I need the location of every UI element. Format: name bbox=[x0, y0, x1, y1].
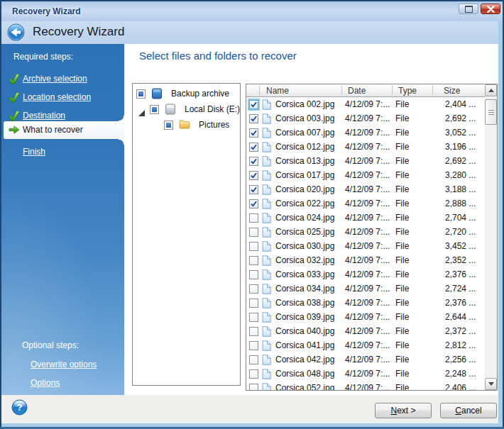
optional-step-options[interactable]: Options bbox=[31, 378, 60, 388]
file-name[interactable]: Corsica 007.jpg bbox=[275, 128, 334, 138]
column-checkbox[interactable] bbox=[246, 84, 260, 96]
file-row-corsica-033-jpg[interactable]: Corsica 033.jpg 4/12/09 7:... File 2,376… bbox=[246, 267, 485, 282]
file-name[interactable]: Corsica 033.jpg bbox=[275, 269, 334, 279]
file-name[interactable]: Corsica 030.jpg bbox=[275, 241, 334, 251]
file-date: 4/12/09 7:... bbox=[342, 383, 393, 390]
file-name[interactable]: Corsica 041.jpg bbox=[275, 340, 334, 350]
file-name[interactable]: Corsica 025.jpg bbox=[275, 227, 334, 237]
tree-checkbox-mixed[interactable] bbox=[136, 89, 146, 99]
file-name[interactable]: Corsica 038.jpg bbox=[275, 298, 334, 308]
file-checkbox-checked[interactable] bbox=[249, 199, 258, 208]
file-row-corsica-024-jpg[interactable]: Corsica 024.jpg 4/12/09 7:... File 2,704… bbox=[246, 211, 485, 225]
help-button[interactable]: ? bbox=[11, 399, 28, 416]
file-checkbox-checked[interactable] bbox=[249, 143, 258, 152]
title-bar[interactable]: Recovery Wizard bbox=[1, 1, 503, 21]
column-date[interactable]: Date bbox=[342, 84, 393, 96]
file-type: File bbox=[393, 170, 433, 180]
file-size: 2,720 ... bbox=[433, 227, 485, 237]
file-date: 4/12/09 7:... bbox=[342, 284, 393, 294]
file-row-corsica-030-jpg[interactable]: Corsica 030.jpg 4/12/09 7:... File 3,452… bbox=[246, 239, 485, 253]
tree-item-backup-archive[interactable]: Backup archive bbox=[133, 86, 240, 101]
file-row-corsica-040-jpg[interactable]: Corsica 040.jpg 4/12/09 7:... File 2,372… bbox=[246, 324, 485, 338]
file-checkbox-unchecked[interactable] bbox=[249, 213, 258, 223]
file-name[interactable]: Corsica 040.jpg bbox=[275, 326, 334, 336]
file-checkbox-unchecked[interactable] bbox=[249, 284, 258, 294]
file-row-corsica-052-jpg[interactable]: Corsica 052.jpg 4/12/09 7:... File 2,406… bbox=[246, 381, 485, 390]
file-row-corsica-022-jpg[interactable]: Corsica 022.jpg 4/12/09 7:... File 2,888… bbox=[246, 196, 485, 211]
file-name[interactable]: Corsica 032.jpg bbox=[275, 255, 334, 265]
scroll-up-button[interactable] bbox=[485, 84, 497, 96]
file-row-corsica-034-jpg[interactable]: Corsica 034.jpg 4/12/09 7:... File 2,724… bbox=[246, 282, 485, 296]
tree-item-local-disk-e[interactable]: Local Disk (E:) bbox=[133, 101, 240, 117]
step-done-icon bbox=[9, 74, 20, 84]
file-row-corsica-017-jpg[interactable]: Corsica 017.jpg 4/12/09 7:... File 3,280… bbox=[246, 168, 485, 182]
file-checkbox-checked[interactable] bbox=[249, 128, 258, 138]
file-name[interactable]: Corsica 052.jpg bbox=[275, 383, 334, 390]
file-row-corsica-002-jpg[interactable]: Corsica 002.jpg 4/12/09 7:... File 2,404… bbox=[246, 97, 485, 111]
file-name[interactable]: Corsica 022.jpg bbox=[275, 199, 334, 208]
file-row-corsica-012-jpg[interactable]: Corsica 012.jpg 4/12/09 7:... File 3,196… bbox=[246, 140, 485, 154]
file-checkbox-checked[interactable] bbox=[249, 185, 258, 194]
file-name[interactable]: Corsica 048.jpg bbox=[275, 369, 334, 379]
file-row-corsica-039-jpg[interactable]: Corsica 039.jpg 4/12/09 7:... File 2,644… bbox=[246, 310, 485, 324]
file-name[interactable]: Corsica 042.jpg bbox=[275, 355, 334, 364]
file-name[interactable]: Corsica 002.jpg bbox=[275, 99, 334, 109]
file-type: File bbox=[393, 340, 433, 350]
column-name[interactable]: Name bbox=[260, 84, 342, 96]
tree-checkbox-mixed[interactable] bbox=[150, 105, 159, 114]
file-name[interactable]: Corsica 039.jpg bbox=[275, 312, 334, 322]
next-button[interactable]: Next > bbox=[375, 403, 432, 418]
file-checkbox-unchecked[interactable] bbox=[249, 228, 258, 237]
window-restore-button[interactable] bbox=[459, 4, 478, 14]
file-row-corsica-013-jpg[interactable]: Corsica 013.jpg 4/12/09 7:... File 2,692… bbox=[246, 154, 485, 168]
file-row-corsica-041-jpg[interactable]: Corsica 041.jpg 4/12/09 7:... File 2,812… bbox=[246, 338, 485, 352]
file-name[interactable]: Corsica 017.jpg bbox=[275, 170, 334, 180]
tree-checkbox-mixed[interactable] bbox=[164, 121, 173, 130]
file-name[interactable]: Corsica 034.jpg bbox=[275, 284, 334, 294]
file-row-corsica-042-jpg[interactable]: Corsica 042.jpg 4/12/09 7:... File 2,256… bbox=[246, 352, 485, 367]
file-checkbox-unchecked[interactable] bbox=[249, 256, 258, 265]
file-name[interactable]: Corsica 013.jpg bbox=[275, 156, 334, 166]
file-row-corsica-020-jpg[interactable]: Corsica 020.jpg 4/12/09 7:... File 3,188… bbox=[246, 182, 485, 196]
vertical-scrollbar[interactable] bbox=[485, 84, 497, 390]
file-name[interactable]: Corsica 020.jpg bbox=[275, 184, 334, 194]
file-row-corsica-007-jpg[interactable]: Corsica 007.jpg 4/12/09 7:... File 3,052… bbox=[246, 126, 485, 140]
file-checkbox-unchecked[interactable] bbox=[249, 369, 258, 379]
file-row-corsica-025-jpg[interactable]: Corsica 025.jpg 4/12/09 7:... File 2,720… bbox=[246, 225, 485, 239]
file-checkbox-unchecked[interactable] bbox=[249, 299, 258, 308]
file-icon bbox=[262, 369, 271, 379]
file-row-corsica-032-jpg[interactable]: Corsica 032.jpg 4/12/09 7:... File 2,352… bbox=[246, 253, 485, 267]
file-checkbox-unchecked[interactable] bbox=[249, 242, 258, 251]
sidebar-step-finish[interactable]: Finish bbox=[1, 145, 124, 159]
file-checkbox-unchecked[interactable] bbox=[249, 327, 258, 336]
file-row-corsica-048-jpg[interactable]: Corsica 048.jpg 4/12/09 7:... File 2,248… bbox=[246, 367, 485, 381]
file-checkbox-checked[interactable] bbox=[249, 114, 258, 123]
file-checkbox-unchecked[interactable] bbox=[249, 313, 258, 322]
file-checkbox-unchecked[interactable] bbox=[249, 384, 258, 391]
sidebar-step-location-selection[interactable]: Location selection bbox=[1, 90, 124, 104]
file-name[interactable]: Corsica 024.jpg bbox=[275, 213, 334, 223]
file-name[interactable]: Corsica 003.jpg bbox=[275, 113, 334, 123]
file-row-corsica-003-jpg[interactable]: Corsica 003.jpg 4/12/09 7:... File 2,692… bbox=[246, 111, 485, 126]
file-checkbox-checked[interactable] bbox=[249, 100, 258, 109]
tree-item-pictures[interactable]: Pictures bbox=[133, 117, 240, 133]
file-checkbox-unchecked[interactable] bbox=[249, 355, 258, 364]
optional-step-overwrite-options[interactable]: Overwrite options bbox=[31, 360, 97, 369]
sidebar-step-archive-selection[interactable]: Archive selection bbox=[1, 72, 124, 86]
window-close-button[interactable] bbox=[481, 4, 500, 14]
column-type[interactable]: Type bbox=[393, 84, 433, 96]
file-checkbox-checked[interactable] bbox=[249, 157, 258, 166]
scroll-down-button[interactable] bbox=[485, 378, 497, 390]
file-checkbox-unchecked[interactable] bbox=[249, 341, 258, 350]
file-row-corsica-038-jpg[interactable]: Corsica 038.jpg 4/12/09 7:... File 2,376… bbox=[246, 296, 485, 310]
file-checkbox-unchecked[interactable] bbox=[249, 270, 258, 279]
file-name[interactable]: Corsica 012.jpg bbox=[275, 142, 334, 152]
back-button[interactable] bbox=[7, 23, 25, 41]
sidebar-step-destination[interactable]: Destination bbox=[1, 108, 124, 123]
column-size[interactable]: Size bbox=[433, 84, 485, 96]
cancel-button[interactable]: Cancel bbox=[440, 403, 497, 418]
tree-expander-icon[interactable] bbox=[138, 106, 145, 113]
scrollbar-thumb[interactable] bbox=[485, 99, 497, 125]
folder-icon bbox=[179, 119, 190, 130]
file-checkbox-checked[interactable] bbox=[249, 171, 258, 180]
